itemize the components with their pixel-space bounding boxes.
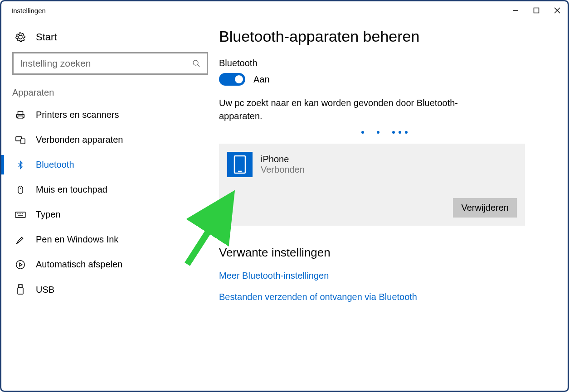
page-heading: Bluetooth-apparaten beheren (219, 28, 550, 45)
send-receive-files-link[interactable]: Bestanden verzenden of ontvangen via Blu… (219, 292, 550, 302)
svg-rect-21 (234, 156, 245, 173)
sidebar-item-label: Printers en scanners (36, 110, 119, 120)
device-name: iPhone (261, 154, 305, 165)
sidebar-item-label: Pen en Windows Ink (36, 234, 118, 245)
svg-rect-7 (21, 139, 25, 144)
pen-icon (15, 235, 26, 245)
discovery-info: Uw pc zoekt naar en kan worden gevonden … (219, 97, 500, 123)
svg-point-4 (193, 60, 198, 65)
maximize-button[interactable] (526, 1, 547, 19)
sidebar-item-label: Bluetooth (36, 160, 74, 170)
minimize-button[interactable] (505, 1, 526, 19)
gear-icon (15, 32, 26, 43)
svg-rect-8 (18, 186, 23, 194)
sidebar-item-mouse[interactable]: Muis en touchpad (1, 177, 219, 202)
sidebar-section-label: Apparaten (1, 86, 219, 102)
sidebar-item-usb[interactable]: USB (1, 277, 219, 302)
search-icon (192, 59, 200, 68)
search-input[interactable]: Instelling zoeken (12, 52, 208, 75)
bluetooth-toggle-state: Aan (253, 74, 270, 85)
start-button[interactable]: Start (1, 27, 219, 52)
sidebar-item-label: USB (36, 285, 54, 295)
device-status: Verbonden (261, 165, 305, 175)
phone-icon (227, 152, 253, 177)
devices-icon (15, 135, 26, 145)
window-title: Instellingen (11, 7, 46, 15)
remove-device-button[interactable]: Verwijderen (453, 198, 517, 218)
start-label: Start (36, 31, 57, 43)
autoplay-icon (15, 260, 26, 270)
sidebar-item-bluetooth[interactable]: Bluetooth (1, 152, 219, 177)
svg-rect-10 (15, 212, 25, 218)
related-settings-heading: Verwante instellingen (219, 246, 550, 260)
sidebar-item-label: Typen (36, 209, 60, 220)
sidebar-item-autoplay[interactable]: Automatisch afspelen (1, 252, 219, 277)
maximize-icon (533, 7, 540, 14)
bluetooth-icon (15, 160, 26, 170)
sidebar-item-connected-devices[interactable]: Verbonden apparaten (1, 127, 219, 152)
sidebar-item-printers[interactable]: Printers en scanners (1, 102, 219, 127)
close-icon (554, 7, 560, 14)
bluetooth-toggle[interactable] (219, 73, 245, 86)
printer-icon (15, 110, 26, 120)
minimize-icon (512, 7, 519, 14)
device-card[interactable]: iPhone Verbonden Verwijderen (219, 144, 525, 226)
svg-rect-18 (18, 288, 23, 294)
keyboard-icon (15, 211, 26, 219)
sidebar-item-label: Verbonden apparaten (36, 135, 123, 145)
more-bluetooth-settings-link[interactable]: Meer Bluetooth-instellingen (219, 271, 550, 281)
search-placeholder: Instelling zoeken (20, 58, 91, 69)
sidebar-item-typing[interactable]: Typen (1, 202, 219, 227)
titlebar: Instellingen (1, 1, 568, 19)
usb-icon (15, 284, 26, 295)
svg-point-16 (16, 260, 24, 268)
window-controls (505, 1, 568, 19)
main-panel: Bluetooth-apparaten beheren Bluetooth Aa… (219, 19, 568, 391)
settings-window: Instellingen Start Instelling zoeken (0, 0, 569, 392)
svg-rect-1 (534, 8, 539, 13)
mouse-icon (15, 185, 26, 195)
svg-line-5 (198, 65, 200, 67)
sidebar: Start Instelling zoeken Apparaten Printe… (1, 19, 219, 391)
sidebar-item-label: Automatisch afspelen (36, 259, 122, 270)
sidebar-item-label: Muis en touchpad (36, 184, 107, 195)
scanning-indicator (307, 127, 462, 136)
sidebar-item-pen[interactable]: Pen en Windows Ink (1, 227, 219, 252)
close-button[interactable] (547, 1, 568, 19)
svg-rect-17 (19, 285, 22, 288)
bluetooth-label: Bluetooth (219, 58, 550, 68)
